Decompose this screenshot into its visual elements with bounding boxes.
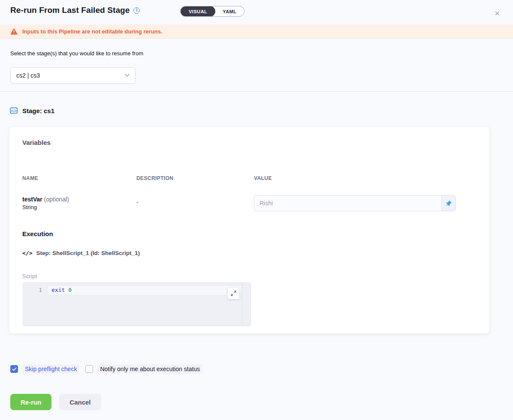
expand-icon xyxy=(231,291,236,296)
skip-preflight-option[interactable]: Skip preflight check xyxy=(10,364,79,374)
section-divider xyxy=(0,91,513,92)
rerun-button[interactable]: Re-run xyxy=(10,394,51,410)
stage-heading: </> Stage: cs1 xyxy=(9,106,54,115)
line-number: 1 xyxy=(23,287,42,293)
variable-type: String xyxy=(22,204,37,210)
info-icon[interactable]: i xyxy=(133,7,140,14)
stage-select-value: cs2 | cs3 xyxy=(16,72,40,79)
svg-text:</>: </> xyxy=(11,109,17,113)
step-title: Step: ShellScript_1 (Id: ShellScript_1) xyxy=(36,250,140,256)
pin-button[interactable] xyxy=(441,195,456,211)
execution-heading: Execution xyxy=(22,230,53,237)
pin-icon xyxy=(446,200,452,207)
stage-title: Stage: cs1 xyxy=(22,107,54,114)
dialog-actions: Re-run Cancel xyxy=(10,394,101,410)
stage-icon: </> xyxy=(9,106,18,115)
notify-only-me-label[interactable]: Notify only me about execution status xyxy=(97,364,202,374)
page-title: Re-run From Last Failed Stage xyxy=(10,6,130,15)
stage-select-dropdown[interactable]: cs2 | cs3 xyxy=(10,67,136,84)
visual-yaml-toggle: VISUAL YAML xyxy=(180,6,244,17)
current-line-highlight xyxy=(48,285,241,295)
column-header-name: NAME xyxy=(22,175,38,181)
stage-card: Variables NAME DESCRIPTION VALUE testVar… xyxy=(9,127,489,333)
code-number: 0 xyxy=(68,287,72,293)
notify-only-me-option[interactable]: Notify only me about execution status xyxy=(85,364,202,374)
close-icon[interactable]: × xyxy=(495,9,500,18)
variable-value-input[interactable] xyxy=(254,195,441,211)
expand-editor-button[interactable] xyxy=(228,288,239,299)
chevron-down-icon xyxy=(124,74,130,77)
variable-optional-suffix: (optional) xyxy=(44,196,69,203)
notify-only-me-checkbox[interactable] xyxy=(85,365,93,373)
skip-preflight-checkbox[interactable] xyxy=(10,365,18,373)
code-line: exit 0 xyxy=(51,287,72,293)
rerun-dialog: Re-run From Last Failed Stage i VISUAL Y… xyxy=(0,0,513,420)
warning-text: Inputs to this Pipeline are not editable… xyxy=(22,28,162,35)
variables-heading: Variables xyxy=(22,139,51,146)
stage-select-label: Select the stage(s) that you would like … xyxy=(10,50,143,57)
variable-value-field xyxy=(254,195,456,211)
variable-description: - xyxy=(136,199,139,206)
tab-yaml[interactable]: YAML xyxy=(215,6,244,17)
options-row: Skip preflight check Notify only me abou… xyxy=(10,364,202,374)
dialog-header: Re-run From Last Failed Stage i xyxy=(10,6,140,15)
code-keyword: exit xyxy=(51,287,65,293)
column-header-value: VALUE xyxy=(254,175,272,181)
warning-banner: Inputs to this Pipeline are not editable… xyxy=(0,24,513,39)
script-label: Script xyxy=(22,273,37,279)
cancel-button[interactable]: Cancel xyxy=(59,394,101,410)
warning-icon xyxy=(10,28,18,35)
editor-scrollbar[interactable] xyxy=(242,283,242,326)
skip-preflight-label[interactable]: Skip preflight check xyxy=(22,364,79,374)
step-heading: </> Step: ShellScript_1 (Id: ShellScript… xyxy=(22,250,140,256)
variable-name: testVar (optional) xyxy=(22,196,69,203)
script-code-editor[interactable]: 1 exit 0 xyxy=(23,282,251,326)
column-header-description: DESCRIPTION xyxy=(136,175,173,181)
tab-visual[interactable]: VISUAL xyxy=(181,6,215,17)
code-step-icon: </> xyxy=(22,250,32,256)
